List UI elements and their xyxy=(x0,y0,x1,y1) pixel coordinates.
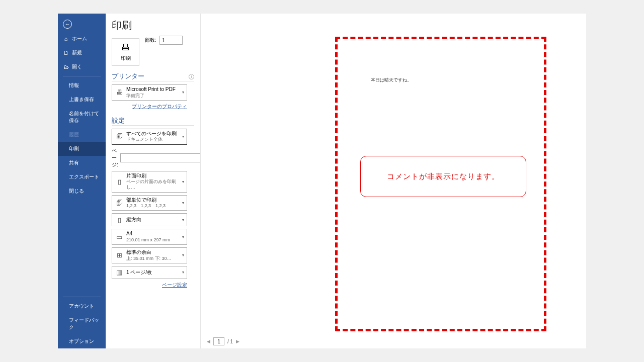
paper-size-dropdown[interactable]: ▭ A4 210.01 mm x 297 mm ▾ xyxy=(112,229,187,245)
settings-section-title: 設定 xyxy=(112,116,194,126)
nav-feedback[interactable]: フィードバック xyxy=(58,313,106,334)
back-arrow-icon: ← xyxy=(63,20,72,29)
margins-dropdown[interactable]: ⊞ 標準の余白 上: 35.01 mm 下: 30… ▾ xyxy=(112,247,187,263)
printer-section-title: プリンター i xyxy=(112,72,194,81)
chevron-down-icon: ▾ xyxy=(182,90,184,95)
total-pages-label: / 1 xyxy=(227,339,233,344)
nav-print[interactable]: 印刷 xyxy=(58,142,106,156)
nav-save[interactable]: 上書き保存 xyxy=(58,93,106,107)
nav-save-as[interactable]: 名前を付けて保存 xyxy=(58,107,106,128)
chevron-down-icon: ▾ xyxy=(182,235,184,239)
folder-open-icon: 🗁 xyxy=(63,64,69,70)
home-icon: ⌂ xyxy=(63,36,69,42)
printer-name: Microsoft Print to PDF xyxy=(126,86,180,93)
print-options-panel: 印刷 🖶 印刷 部数: プリンター i 🖶 Microsoft Print to… xyxy=(106,14,200,348)
single-side-icon: ▯ xyxy=(115,177,124,186)
chevron-down-icon: ▾ xyxy=(182,270,184,275)
annotation-callout: コメントが非表示になります。 xyxy=(360,156,526,197)
printer-properties-link[interactable]: プリンターのプロパティ xyxy=(132,104,187,109)
nav-new[interactable]: 🗋 新規 xyxy=(58,46,106,60)
page-icon: 🗐 xyxy=(115,132,124,141)
print-button-label: 印刷 xyxy=(121,55,131,62)
nav-account[interactable]: アカウント xyxy=(58,299,106,313)
chevron-down-icon: ▾ xyxy=(182,253,184,257)
nav-new-label: 新規 xyxy=(72,49,82,56)
back-button[interactable]: ← xyxy=(58,17,106,32)
orientation-dropdown[interactable]: ▯ 縦方向 ▾ xyxy=(112,213,187,226)
copies-input[interactable] xyxy=(159,36,183,45)
current-page-input[interactable] xyxy=(213,337,224,345)
pages-per-sheet-dropdown[interactable]: ▥ 1 ページ/枚 ▾ xyxy=(112,266,187,279)
printer-device-icon: 🖶 xyxy=(115,88,124,97)
printer-dropdown[interactable]: 🖶 Microsoft Print to PDF 準備完了 ▾ xyxy=(112,84,187,101)
nav-info[interactable]: 情報 xyxy=(58,78,106,93)
collate-dropdown[interactable]: 🗐 部単位で印刷 1,2,3 1,2,3 1,2,3 ▾ xyxy=(112,195,187,211)
nav-export[interactable]: エクスポート xyxy=(58,170,106,184)
prev-page-button[interactable]: ◀ xyxy=(207,339,210,344)
print-range-dropdown[interactable]: 🗐 すべてのページを印刷 ドキュメント全体 ▾ xyxy=(112,129,187,145)
page-title: 印刷 xyxy=(112,19,194,32)
page-preview: 本日は晴天ですね。 コメントが非表示になります。 xyxy=(335,37,546,331)
page-navigation: ◀ / 1 ▶ xyxy=(207,337,239,345)
copies-row: 部数: xyxy=(145,36,183,45)
nav-open[interactable]: 🗁 開く xyxy=(58,60,106,74)
print-preview-panel: 本日は晴天ですね。 コメントが非表示になります。 ◀ / 1 ▶ xyxy=(200,14,586,348)
margins-icon: ⊞ xyxy=(115,251,124,260)
sheet-icon: ▥ xyxy=(115,268,124,277)
collate-icon: 🗐 xyxy=(115,198,124,207)
nav-share[interactable]: 共有 xyxy=(58,156,106,170)
chevron-down-icon: ▾ xyxy=(182,179,184,184)
nav-history: 履歴 xyxy=(58,128,106,142)
chevron-down-icon: ▾ xyxy=(182,134,184,139)
document-body-text: 本日は晴天ですね。 xyxy=(371,77,412,83)
nav-home-label: ホーム xyxy=(72,35,87,42)
info-icon[interactable]: i xyxy=(189,74,194,79)
copies-label: 部数: xyxy=(145,37,156,44)
document-icon: 🗋 xyxy=(63,50,69,56)
page-setup-link[interactable]: ページ設定 xyxy=(162,282,187,288)
nav-home[interactable]: ⌂ ホーム xyxy=(58,32,106,46)
next-page-button[interactable]: ▶ xyxy=(236,339,239,344)
pages-label: ページ: xyxy=(112,147,118,168)
chevron-down-icon: ▾ xyxy=(182,218,184,222)
print-button[interactable]: 🖶 印刷 xyxy=(112,38,139,66)
backstage-sidebar: ← ⌂ ホーム 🗋 新規 🗁 開く 情報 上書き保存 名前を付けて保存 履歴 印… xyxy=(58,14,106,348)
paper-icon: ▭ xyxy=(115,232,124,241)
duplex-dropdown[interactable]: ▯ 片面印刷 ページの片面のみを印刷し… ▾ xyxy=(112,171,187,193)
portrait-icon: ▯ xyxy=(115,215,124,224)
printer-icon: 🖶 xyxy=(121,42,130,53)
nav-close[interactable]: 閉じる xyxy=(58,184,106,198)
nav-options[interactable]: オプション xyxy=(58,334,106,348)
nav-open-label: 開く xyxy=(72,63,82,70)
chevron-down-icon: ▾ xyxy=(182,201,184,205)
printer-status: 準備完了 xyxy=(126,93,180,99)
pages-input[interactable] xyxy=(120,153,206,162)
